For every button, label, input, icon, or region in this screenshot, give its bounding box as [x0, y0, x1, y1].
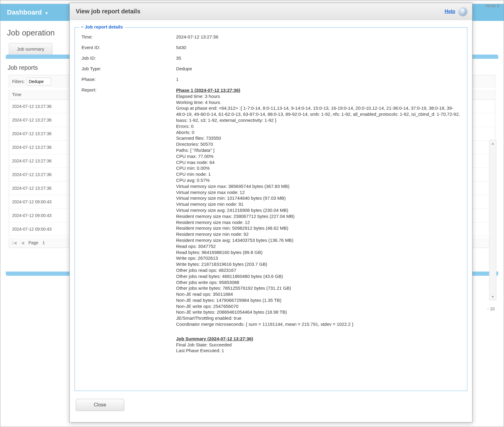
report-line: Virtual memory size max: 385695744 bytes…: [176, 183, 460, 189]
report-summary-header: Job Summary (2024-07-12 13:27:36): [176, 336, 460, 342]
report-line: Errors: 0: [176, 123, 460, 129]
report-line: Working time: 4 hours: [176, 99, 460, 105]
collapse-icon[interactable]: −: [81, 24, 84, 29]
close-button[interactable]: Close: [76, 399, 124, 411]
report-line: Non-JE read bytes: 1479066729984 bytes (…: [176, 297, 460, 303]
modal-backdrop: View job report details Help ? − Job rep…: [0, 0, 504, 427]
modal-title: View job report details: [76, 8, 140, 15]
report-line: Non-JE read ops: 35011884: [176, 291, 460, 297]
report-line: Resident memory size min: 50982912 bytes…: [176, 225, 460, 231]
value-time: 2024-07-12 13:27:36: [176, 34, 460, 39]
report-line: CPU min: 0.00%: [176, 165, 460, 171]
report-line: JE/SmartThrottling enabled: true: [176, 315, 460, 321]
report-line: Other jobs write ops: 95853088: [176, 279, 460, 285]
value-event-id: 5430: [176, 45, 460, 50]
report-line: Aborts: 0: [176, 129, 460, 135]
report-line: Virtual memory size min: 101744640 bytes…: [176, 195, 460, 201]
label-time: Time:: [82, 34, 172, 39]
report-line: Resident memory size avg: 143403753 byte…: [176, 237, 460, 243]
report-line: Write bytes: 218718319616 bytes (203.7 G…: [176, 261, 460, 267]
report-line: CPU max node: 64: [176, 159, 460, 165]
report-line: Elapsed time: 3 hours: [176, 93, 460, 99]
report-phase-header: Phase 1 (2024-07-12 13:27:36): [176, 87, 460, 93]
report-line: Group at phase end: <64,312> :{ 1-7:0-14…: [176, 105, 460, 123]
spacer: [176, 327, 460, 336]
report-content: Phase 1 (2024-07-12 13:27:36) Elapsed ti…: [176, 87, 460, 354]
report-line: Final Job State: Succeeded: [176, 342, 460, 348]
report-line: CPU max: 77.00%: [176, 153, 460, 159]
report-line: Read bytes: 96416988160 bytes (89.8 GB): [176, 249, 460, 255]
report-line: Other jobs read bytes: 46811860480 bytes…: [176, 273, 460, 279]
report-line: Virtual memory size min node: 91: [176, 201, 460, 207]
details-fieldset: − Job report details Time: 2024-07-12 13…: [75, 27, 467, 391]
report-line: Other jobs read ops: 4823167: [176, 267, 460, 273]
report-line: Paths: [ "/ifs/data" ]: [176, 147, 460, 153]
app-root: Node 8 Dashboard ▾ Job operation Job sum…: [0, 0, 504, 427]
help-icon[interactable]: ?: [458, 7, 467, 16]
legend-text: Job report details: [85, 24, 123, 29]
report-line: Scanned files: 733550: [176, 135, 460, 141]
help-area: Help ?: [445, 7, 467, 16]
label-job-id: Job ID:: [82, 55, 172, 61]
report-line: CPU avg: 0.57%: [176, 177, 460, 183]
report-line: Directories: 50570: [176, 141, 460, 147]
report-line: Virtual memory size avg: 241216908 bytes…: [176, 207, 460, 213]
value-job-id: 35: [176, 55, 460, 61]
report-line: Non-JE write bytes: 20869461054464 bytes…: [176, 309, 460, 315]
report-line: Coordinator merge microseconds: { sum = …: [176, 321, 460, 327]
report-line: Write ops: 26702613: [176, 255, 460, 261]
report-line: CPU min node: 1: [176, 171, 460, 177]
value-phase: 1: [176, 77, 460, 82]
modal-titlebar: View job report details Help ?: [70, 3, 472, 20]
report-line: Last Phase Executed: 1: [176, 348, 460, 354]
report-line: Non-JE write ops: 2547656070: [176, 303, 460, 309]
report-line: Virtual memory size max node: 12: [176, 189, 460, 195]
help-link[interactable]: Help: [445, 9, 455, 14]
report-line: Other jobs write bytes: 785125576192 byt…: [176, 285, 460, 291]
report-line: Read ops: 3047752: [176, 243, 460, 249]
job-report-modal: View job report details Help ? − Job rep…: [69, 3, 472, 422]
fieldset-legend: − Job report details: [79, 24, 125, 29]
label-report: Report:: [82, 87, 172, 92]
details-grid: Time: 2024-07-12 13:27:36 Event ID: 5430…: [82, 34, 460, 354]
report-line: Resident memory size max: 238067712 byte…: [176, 213, 460, 219]
report-line: Resident memory size max node: 12: [176, 219, 460, 225]
value-job-type: Dedupe: [176, 66, 460, 71]
label-event-id: Event ID:: [82, 45, 172, 50]
label-job-type: Job Type:: [82, 66, 172, 71]
label-phase: Phase:: [82, 77, 172, 82]
report-line: Resident memory size min node: 92: [176, 231, 460, 237]
